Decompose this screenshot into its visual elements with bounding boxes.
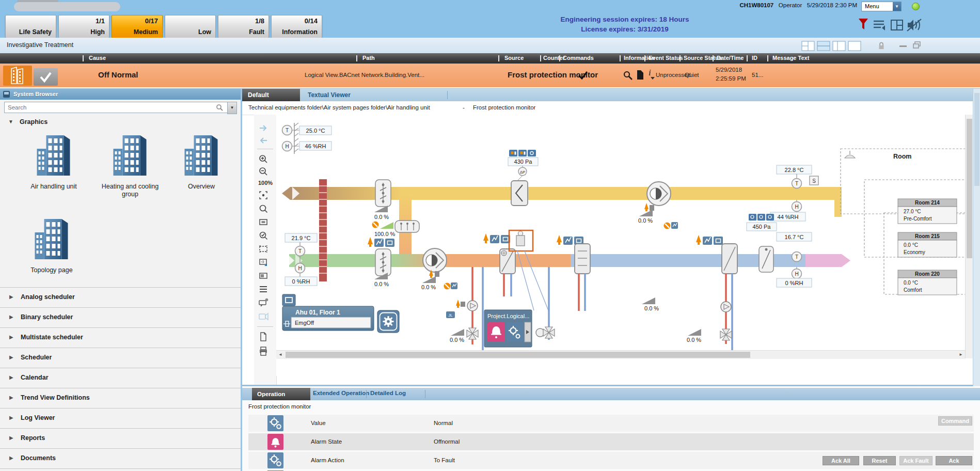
zoom-selected-button[interactable]	[258, 230, 273, 242]
supply-temp-left-value[interactable]: 21.9 °C	[292, 235, 311, 241]
scroll-thumb[interactable]	[974, 93, 979, 186]
supply-rh-right-value[interactable]: 0 %RH	[785, 280, 803, 286]
col-event-status[interactable]: Event Status	[649, 55, 683, 61]
camera-button[interactable]	[258, 311, 273, 322]
room-card-214[interactable]: Room 214 27.0 °C Pre-Comfort	[898, 199, 957, 224]
graphic-label-heating-cooling-group[interactable]: Heating and cooling group	[99, 183, 161, 198]
layout-option-1-button[interactable]	[802, 41, 814, 51]
graphic-tile-heating-cooling-group[interactable]	[105, 133, 154, 179]
expand-arrow-icon[interactable]: ▶	[9, 314, 13, 320]
graphic-label-air-handling-unit[interactable]: Air handling unit	[18, 183, 90, 191]
command-icons[interactable]	[483, 233, 510, 243]
expand-arrow-icon[interactable]: ▶	[9, 435, 13, 441]
graphics-canvas[interactable]: T H 25.0 °C 46 %RH 21.9 °C T H 0 %RH	[276, 115, 965, 376]
extract-damper[interactable]	[375, 180, 391, 207]
canvas-h-scrollbar[interactable]: ◄ ►	[276, 350, 965, 359]
property-row-alarm-state[interactable]: Alarm State Offnormal	[248, 433, 974, 450]
col-message-text[interactable]: Message Text	[772, 55, 809, 61]
event-select-check[interactable]	[34, 68, 58, 86]
graphic-label-topology-page[interactable]: Topology page	[15, 266, 88, 274]
col-source[interactable]: Source	[504, 55, 524, 61]
col-cause[interactable]: Cause	[89, 55, 106, 61]
extract-rh-value[interactable]: 44 %RH	[778, 214, 799, 220]
ahu-settings-button[interactable]	[377, 310, 399, 333]
heat-exchanger-supply[interactable]	[500, 249, 515, 274]
ack-button[interactable]: Ack	[936, 456, 972, 465]
zoom-in-button[interactable]	[258, 154, 273, 165]
room-card-215[interactable]: Room 215 0.0 °C Economy	[898, 232, 957, 257]
scroll-thumb[interactable]	[286, 352, 750, 358]
extract-fan-speed[interactable]: 0.0 %	[638, 217, 653, 224]
expand-arrow-icon[interactable]: ▶	[9, 334, 13, 340]
print-button[interactable]	[258, 346, 273, 357]
search-icon[interactable]	[216, 104, 223, 111]
valve-right-position[interactable]: 0.0 %	[687, 337, 701, 343]
col-commands[interactable]: Commands	[563, 55, 594, 61]
reset-button[interactable]: Reset	[863, 456, 896, 465]
ahu-mode-value[interactable]: EmgOff	[295, 320, 314, 326]
popup-settings-button[interactable]	[506, 322, 524, 342]
zoom-level-value[interactable]: 100%	[258, 180, 273, 191]
layers-button[interactable]	[258, 284, 273, 295]
command-button[interactable]: Command	[938, 416, 972, 426]
event-list-icon[interactable]	[874, 21, 885, 30]
selection-rect-button[interactable]	[258, 244, 273, 255]
expand-arrow-icon[interactable]: ▶	[9, 395, 13, 400]
outside-air-damper[interactable]	[375, 249, 391, 276]
supply-fan-speed[interactable]: 0.0 %	[421, 284, 436, 290]
expand-arrow-icon[interactable]: ▶	[9, 374, 13, 380]
tab-default[interactable]: Default	[242, 89, 300, 101]
extract-damper-position[interactable]: 0.0 %	[374, 214, 389, 220]
scroll-right-arrow[interactable]: ►	[957, 351, 965, 359]
ack-fault-button[interactable]: Ack Fault	[899, 456, 932, 465]
comment-settings-button[interactable]	[258, 297, 273, 309]
collapse-arrow-icon[interactable]: ▼	[8, 119, 13, 124]
heat-recovery-strip[interactable]	[319, 179, 327, 281]
valve-icon[interactable]	[543, 327, 555, 338]
zoom-out-button[interactable]	[258, 166, 273, 178]
graphic-tile-air-handling-unit[interactable]	[29, 133, 78, 179]
expand-arrow-icon[interactable]: ▶	[9, 354, 13, 360]
canvas-v-scrollbar[interactable]	[965, 115, 973, 358]
sidebar-item-documents[interactable]: ▶Documents	[0, 448, 241, 469]
alarm-btn-high[interactable]: 1/1 High	[58, 15, 109, 38]
chevron-down-icon[interactable]: ▼	[893, 2, 901, 11]
alarm-btn-fault[interactable]: 1/8 Fault	[218, 15, 269, 38]
pressure-command-icons[interactable]	[509, 150, 536, 156]
grid-layout-button[interactable]	[258, 257, 273, 269]
alarm-btn-low[interactable]: Low	[165, 15, 216, 38]
room-card-220[interactable]: Room 220 0.0 °C Comfort	[898, 270, 957, 295]
expand-arrow-icon[interactable]: ▶	[9, 455, 13, 461]
extract-fan[interactable]	[647, 182, 671, 206]
pump-icon[interactable]	[721, 302, 731, 312]
page-setup-button[interactable]	[258, 332, 273, 343]
pan-zoom-tool-button[interactable]	[258, 203, 273, 215]
alarm-btn-medium[interactable]: 0/17 Medium	[112, 15, 163, 38]
col-datetime[interactable]: Date/Time	[717, 55, 744, 61]
sidebar-item-reports[interactable]: ▶Reports	[0, 428, 241, 448]
navigate-back-button[interactable]	[258, 135, 273, 147]
zoom-region-button[interactable]	[258, 217, 273, 228]
expand-arrow-icon[interactable]: ▶	[9, 294, 13, 300]
valve-left-position[interactable]: 0.0 %	[450, 337, 464, 343]
sidebar-item-trend-view-definitions[interactable]: ▶Trend View Definitions	[0, 388, 241, 408]
investigate-magnifier-icon[interactable]	[623, 70, 633, 81]
search-dropdown-button[interactable]: ▼	[227, 102, 237, 114]
layout-option-2-button[interactable]	[817, 41, 830, 51]
layout-option-3-button[interactable]	[833, 41, 845, 51]
breadcrumb-target[interactable]: Frost protection monitor	[473, 104, 535, 111]
navigate-forward-button[interactable]	[258, 123, 273, 134]
fit-view-button[interactable]	[258, 190, 273, 201]
document-icon[interactable]	[636, 70, 644, 80]
property-row-value[interactable]: Value Normal Command	[248, 415, 974, 432]
scroll-left-arrow[interactable]: ◄	[276, 351, 284, 359]
extract-temp-value[interactable]: 22.8 °C	[785, 167, 804, 173]
layout-option-4-button[interactable]	[848, 41, 861, 51]
sidebar-item-log-viewer[interactable]: ▶Log Viewer	[0, 408, 241, 428]
col-counter[interactable]: Counter	[543, 55, 565, 61]
layout-window-icon[interactable]	[891, 20, 903, 30]
reheat-coil[interactable]	[722, 244, 737, 274]
event-row[interactable]: Off Normal Logical View.BACnet Network.B…	[0, 64, 980, 88]
supply-rh-left-value[interactable]: 0 %RH	[292, 278, 310, 285]
alarm-btn-life-safety[interactable]: Life Safety	[5, 15, 56, 38]
